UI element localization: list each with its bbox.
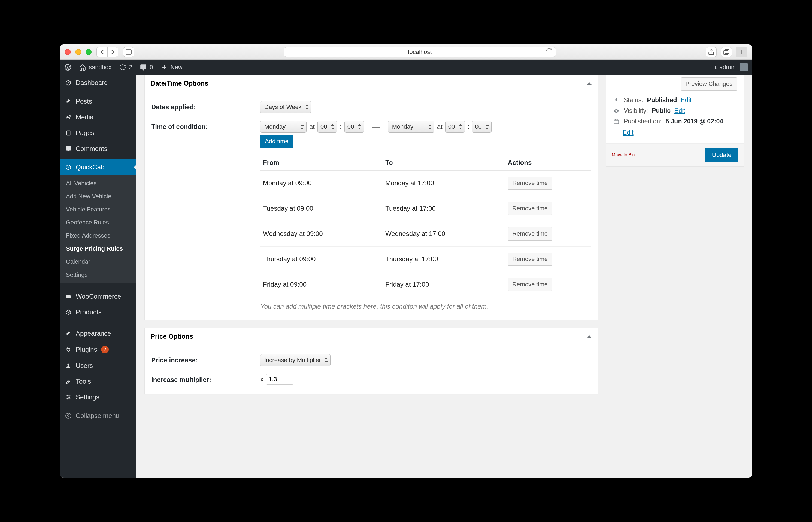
table-row: Tuesday at 09:00Tuesday at 17:00Remove t… (260, 196, 591, 221)
multiplier-input[interactable] (266, 374, 294, 385)
updates-link[interactable]: 2 (119, 64, 132, 71)
sidebar-item-users[interactable]: Users (60, 358, 136, 374)
svg-point-22 (67, 398, 68, 399)
sidebar-item-appearance[interactable]: Appearance (60, 325, 136, 341)
visibility-row: Visibility: Public Edit (613, 105, 737, 116)
submenu-item-calendar[interactable]: Calendar (60, 255, 136, 268)
select-dates-applied[interactable]: Days of Week (260, 101, 311, 113)
submenu-item-geofence-rules[interactable]: Geofence Rules (60, 216, 136, 229)
sidebar-item-label: Comments (76, 145, 107, 152)
remove-time-button[interactable]: Remove time (508, 227, 552, 240)
label-multiplier: Increase multiplier: (151, 374, 260, 384)
sidebar-item-media[interactable]: Media (60, 109, 136, 125)
edit-date-link[interactable]: Edit (613, 129, 737, 136)
pages-icon (65, 129, 72, 137)
label-dates-applied: Dates applied: (151, 101, 260, 111)
move-to-bin-link[interactable]: Move to Bin (612, 153, 635, 158)
preview-changes-button[interactable]: Preview Changes (681, 77, 737, 91)
toggle-indicator[interactable] (587, 82, 592, 85)
sidebar-item-quickcab[interactable]: QuickCab (60, 159, 136, 175)
select-from-hour[interactable]: 00 (317, 121, 337, 133)
cell-actions: Remove time (505, 170, 591, 196)
cell-to: Thursday at 17:00 (382, 246, 505, 272)
collapse-menu[interactable]: Collapse menu (60, 408, 136, 424)
sidebar-item-tools[interactable]: Tools (60, 374, 136, 389)
status-value: Published (647, 97, 677, 104)
address-bar[interactable]: localhost (284, 47, 556, 57)
chevron-right-icon (109, 48, 116, 56)
new-content-link[interactable]: New (161, 64, 182, 71)
edit-visibility-link[interactable]: Edit (674, 107, 685, 115)
select-price-increase[interactable]: Increase by Multiplier (260, 354, 331, 366)
sidebar-toggle-button[interactable] (123, 47, 134, 57)
label-time-condition: Time of condition: (151, 121, 260, 130)
chevron-left-icon (99, 48, 106, 56)
sidebar-item-settings[interactable]: Settings (60, 389, 136, 405)
sidebar-item-woocommerce[interactable]: WooCommerce (60, 288, 136, 304)
address-bar-container: localhost (139, 47, 701, 57)
submenu-item-add-new-vehicle[interactable]: Add New Vehicle (60, 190, 136, 203)
sidebar-item-label: Pages (76, 130, 94, 136)
submenu-item-fixed-addresses[interactable]: Fixed Addresses (60, 229, 136, 242)
remove-time-button[interactable]: Remove time (508, 177, 552, 189)
media-icon (65, 114, 72, 121)
sidebar-item-products[interactable]: Products (60, 304, 136, 320)
select-from-day[interactable]: Monday (260, 121, 306, 133)
cell-actions: Remove time (505, 196, 591, 221)
tabs-button[interactable] (721, 47, 732, 57)
quickcab-icon (65, 164, 72, 171)
window-zoom-button[interactable] (85, 49, 92, 55)
sidebar-item-posts[interactable]: Posts (60, 94, 136, 109)
svg-rect-4 (724, 51, 728, 55)
share-button[interactable] (706, 47, 717, 57)
tools-icon (65, 378, 72, 385)
box-title: Date/Time Options (151, 80, 209, 87)
update-button[interactable]: Update (705, 148, 738, 162)
remove-time-button[interactable]: Remove time (508, 278, 552, 291)
table-row: Thursday at 09:00Thursday at 17:00Remove… (260, 246, 591, 272)
edit-status-link[interactable]: Edit (681, 97, 692, 104)
select-to-min[interactable]: 00 (472, 121, 492, 133)
url-text: localhost (408, 48, 432, 56)
cell-to: Wednesday at 17:00 (382, 221, 505, 246)
submenu-item-settings[interactable]: Settings (60, 268, 136, 281)
browser-right-tools (706, 46, 747, 58)
select-to-hour[interactable]: 00 (445, 121, 465, 133)
calendar-icon (613, 118, 620, 125)
toggle-indicator[interactable] (587, 335, 592, 338)
sidebar-item-pages[interactable]: Pages (60, 125, 136, 141)
remove-time-button[interactable]: Remove time (508, 253, 552, 266)
select-from-min[interactable]: 00 (344, 121, 364, 133)
row-dates-applied: Dates applied: Days of Week (151, 97, 591, 117)
select-to-day[interactable]: Monday (388, 121, 434, 133)
box-title: Price Options (151, 333, 193, 340)
wp-logo[interactable] (64, 64, 72, 71)
sidebar-item-label: Users (76, 362, 93, 369)
submenu-item-vehicle-features[interactable]: Vehicle Features (60, 203, 136, 216)
times-help-text: You can add multiple time brackets here,… (260, 297, 591, 310)
svg-rect-12 (67, 131, 70, 135)
appearance-icon (65, 330, 72, 337)
admin-sidebar: DashboardPostsMediaPagesCommentsQuickCab… (60, 75, 136, 478)
svg-point-21 (69, 397, 70, 398)
remove-time-button[interactable]: Remove time (508, 202, 552, 215)
sidebar-item-dashboard[interactable]: Dashboard (60, 75, 136, 91)
back-button[interactable] (97, 47, 107, 57)
row-time-condition: Time of condition: Monday at 00 : 00 — M… (151, 117, 591, 314)
new-label: New (171, 64, 182, 71)
forward-button[interactable] (107, 47, 118, 57)
sidebar-item-label: WooCommerce (76, 293, 121, 300)
window-close-button[interactable] (65, 49, 71, 55)
submenu-item-surge-pricing-rules[interactable]: Surge Pricing Rules (60, 242, 136, 255)
tabs-icon (723, 48, 730, 56)
sidebar-item-comments[interactable]: Comments (60, 141, 136, 157)
window-minimize-button[interactable] (75, 49, 81, 55)
adminbar-account[interactable]: Hi, admin (710, 63, 748, 72)
sidebar-item-plugins[interactable]: Plugins2 (60, 341, 136, 358)
submenu-item-all-vehicles[interactable]: All Vehicles (60, 177, 136, 190)
comments-link[interactable]: 0 (140, 64, 153, 71)
add-time-button[interactable]: Add time (260, 135, 293, 148)
site-name-link[interactable]: sandbox (79, 64, 112, 71)
new-tab-button[interactable] (736, 46, 747, 58)
reload-icon[interactable] (546, 48, 553, 56)
